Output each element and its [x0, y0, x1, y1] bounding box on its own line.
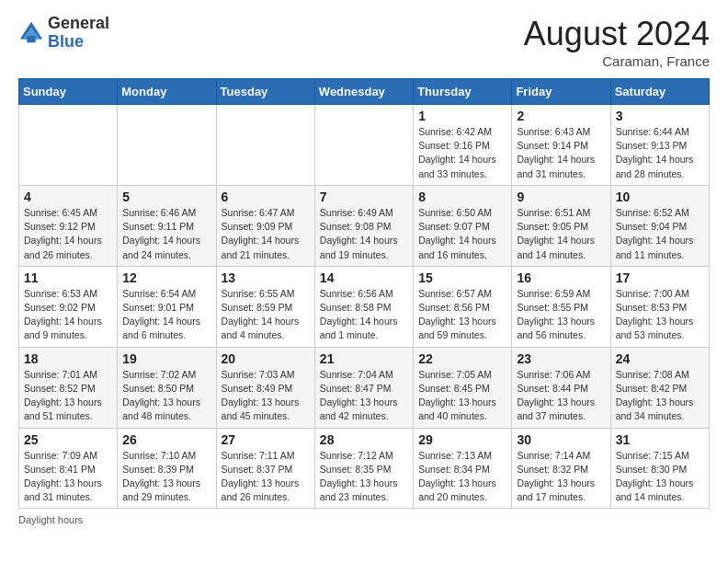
title-area: August 2024 Caraman, France	[524, 15, 710, 69]
calendar-cell: 24Sunrise: 7:08 AMSunset: 8:42 PMDayligh…	[610, 347, 709, 428]
calendar-cell: 27Sunrise: 7:11 AMSunset: 8:37 PMDayligh…	[216, 428, 314, 509]
calendar-cell: 9Sunrise: 6:51 AMSunset: 9:05 PMDaylight…	[512, 185, 610, 266]
calendar-cell: 20Sunrise: 7:03 AMSunset: 8:49 PMDayligh…	[216, 347, 314, 428]
day-number: 22	[418, 351, 506, 366]
calendar-cell: 4Sunrise: 6:45 AMSunset: 9:12 PMDaylight…	[19, 185, 118, 266]
day-info: Sunrise: 7:15 AMSunset: 8:30 PMDaylight:…	[616, 449, 704, 505]
day-number: 4	[24, 190, 112, 204]
day-number: 21	[320, 351, 408, 366]
day-header-tuesday: Tuesday	[216, 79, 314, 105]
day-info: Sunrise: 6:42 AMSunset: 9:16 PMDaylight:…	[418, 125, 506, 181]
day-number: 6	[222, 190, 310, 204]
day-number: 24	[616, 351, 704, 366]
calendar-cell	[118, 105, 216, 186]
day-number: 1	[418, 109, 506, 123]
day-info: Sunrise: 6:53 AMSunset: 9:02 PMDaylight:…	[24, 287, 112, 343]
day-number: 29	[418, 432, 506, 447]
day-info: Sunrise: 7:09 AMSunset: 8:41 PMDaylight:…	[24, 449, 112, 505]
calendar-cell: 28Sunrise: 7:12 AMSunset: 8:35 PMDayligh…	[314, 428, 413, 509]
calendar-cell: 5Sunrise: 6:46 AMSunset: 9:11 PMDaylight…	[118, 185, 216, 266]
day-number: 19	[122, 351, 210, 366]
calendar-cell: 16Sunrise: 6:59 AMSunset: 8:55 PMDayligh…	[512, 266, 610, 347]
day-info: Sunrise: 7:04 AMSunset: 8:47 PMDaylight:…	[320, 368, 408, 424]
day-number: 28	[320, 432, 408, 447]
calendar: SundayMondayTuesdayWednesdayThursdayFrid…	[18, 78, 710, 509]
day-info: Sunrise: 6:56 AMSunset: 8:58 PMDaylight:…	[320, 287, 408, 343]
day-info: Sunrise: 7:05 AMSunset: 8:45 PMDaylight:…	[418, 368, 506, 424]
calendar-cell: 11Sunrise: 6:53 AMSunset: 9:02 PMDayligh…	[19, 266, 118, 347]
day-number: 15	[418, 270, 506, 285]
calendar-cell: 19Sunrise: 7:02 AMSunset: 8:50 PMDayligh…	[118, 347, 216, 428]
day-number: 25	[24, 432, 112, 447]
calendar-cell: 2Sunrise: 6:43 AMSunset: 9:14 PMDaylight…	[512, 105, 610, 186]
day-info: Sunrise: 7:13 AMSunset: 8:34 PMDaylight:…	[418, 449, 506, 505]
day-info: Sunrise: 7:02 AMSunset: 8:50 PMDaylight:…	[122, 368, 210, 424]
day-info: Sunrise: 6:43 AMSunset: 9:14 PMDaylight:…	[517, 125, 605, 181]
day-info: Sunrise: 6:45 AMSunset: 9:12 PMDaylight:…	[24, 206, 112, 262]
day-number: 3	[616, 109, 704, 123]
day-number: 2	[517, 109, 605, 123]
calendar-cell: 29Sunrise: 7:13 AMSunset: 8:34 PMDayligh…	[414, 428, 512, 509]
day-info: Sunrise: 6:47 AMSunset: 9:09 PMDaylight:…	[222, 206, 310, 262]
day-header-monday: Monday	[118, 79, 216, 105]
calendar-cell: 15Sunrise: 6:57 AMSunset: 8:56 PMDayligh…	[414, 266, 512, 347]
day-header-saturday: Saturday	[610, 79, 709, 105]
day-info: Sunrise: 7:03 AMSunset: 8:49 PMDaylight:…	[222, 368, 310, 424]
calendar-cell: 26Sunrise: 7:10 AMSunset: 8:39 PMDayligh…	[118, 428, 216, 509]
calendar-cell: 7Sunrise: 6:49 AMSunset: 9:08 PMDaylight…	[314, 185, 413, 266]
day-number: 30	[517, 432, 605, 447]
day-info: Sunrise: 7:00 AMSunset: 8:53 PMDaylight:…	[616, 287, 704, 343]
day-number: 13	[222, 270, 310, 285]
day-header-wednesday: Wednesday	[314, 79, 413, 105]
footer-note: Daylight hours	[18, 514, 710, 525]
calendar-cell: 30Sunrise: 7:14 AMSunset: 8:32 PMDayligh…	[512, 428, 610, 509]
calendar-cell: 18Sunrise: 7:01 AMSunset: 8:52 PMDayligh…	[19, 347, 118, 428]
day-info: Sunrise: 7:01 AMSunset: 8:52 PMDaylight:…	[24, 368, 112, 424]
day-info: Sunrise: 6:44 AMSunset: 9:13 PMDaylight:…	[616, 125, 704, 181]
calendar-cell: 8Sunrise: 6:50 AMSunset: 9:07 PMDaylight…	[414, 185, 512, 266]
calendar-cell: 10Sunrise: 6:52 AMSunset: 9:04 PMDayligh…	[610, 185, 709, 266]
day-info: Sunrise: 7:11 AMSunset: 8:37 PMDaylight:…	[222, 449, 310, 505]
calendar-cell: 14Sunrise: 6:56 AMSunset: 8:58 PMDayligh…	[314, 266, 413, 347]
location: Caraman, France	[524, 53, 710, 69]
day-info: Sunrise: 6:57 AMSunset: 8:56 PMDaylight:…	[418, 287, 506, 343]
calendar-cell: 25Sunrise: 7:09 AMSunset: 8:41 PMDayligh…	[19, 428, 118, 509]
calendar-cell: 22Sunrise: 7:05 AMSunset: 8:45 PMDayligh…	[414, 347, 512, 428]
logo-icon	[18, 20, 44, 46]
day-info: Sunrise: 6:51 AMSunset: 9:05 PMDaylight:…	[517, 206, 605, 262]
svg-rect-2	[27, 36, 35, 42]
day-number: 31	[616, 432, 704, 447]
day-info: Sunrise: 7:08 AMSunset: 8:42 PMDaylight:…	[616, 368, 704, 424]
day-number: 18	[24, 351, 112, 366]
logo-text: General Blue	[48, 15, 109, 52]
day-number: 23	[517, 351, 605, 366]
day-info: Sunrise: 6:46 AMSunset: 9:11 PMDaylight:…	[122, 206, 210, 262]
day-number: 5	[122, 190, 210, 204]
calendar-cell	[19, 105, 118, 186]
calendar-cell: 3Sunrise: 6:44 AMSunset: 9:13 PMDaylight…	[610, 105, 709, 186]
day-info: Sunrise: 6:55 AMSunset: 8:59 PMDaylight:…	[222, 287, 310, 343]
day-info: Sunrise: 6:50 AMSunset: 9:07 PMDaylight:…	[418, 206, 506, 262]
day-number: 7	[320, 190, 408, 204]
calendar-cell: 12Sunrise: 6:54 AMSunset: 9:01 PMDayligh…	[118, 266, 216, 347]
day-info: Sunrise: 7:10 AMSunset: 8:39 PMDaylight:…	[122, 449, 210, 505]
day-info: Sunrise: 6:49 AMSunset: 9:08 PMDaylight:…	[320, 206, 408, 262]
day-info: Sunrise: 7:06 AMSunset: 8:44 PMDaylight:…	[517, 368, 605, 424]
day-info: Sunrise: 7:12 AMSunset: 8:35 PMDaylight:…	[320, 449, 408, 505]
day-number: 16	[517, 270, 605, 285]
calendar-cell: 23Sunrise: 7:06 AMSunset: 8:44 PMDayligh…	[512, 347, 610, 428]
day-number: 10	[616, 190, 704, 204]
day-number: 11	[24, 270, 112, 285]
calendar-cell	[314, 105, 413, 186]
calendar-cell: 1Sunrise: 6:42 AMSunset: 9:16 PMDaylight…	[414, 105, 512, 186]
calendar-cell: 6Sunrise: 6:47 AMSunset: 9:09 PMDaylight…	[216, 185, 314, 266]
day-number: 8	[418, 190, 506, 204]
day-info: Sunrise: 6:59 AMSunset: 8:55 PMDaylight:…	[517, 287, 605, 343]
day-number: 9	[517, 190, 605, 204]
calendar-cell	[216, 105, 314, 186]
day-info: Sunrise: 7:14 AMSunset: 8:32 PMDaylight:…	[517, 449, 605, 505]
header: General Blue August 2024 Caraman, France	[18, 15, 710, 69]
calendar-cell: 21Sunrise: 7:04 AMSunset: 8:47 PMDayligh…	[314, 347, 413, 428]
calendar-cell: 31Sunrise: 7:15 AMSunset: 8:30 PMDayligh…	[610, 428, 709, 509]
day-number: 17	[616, 270, 704, 285]
